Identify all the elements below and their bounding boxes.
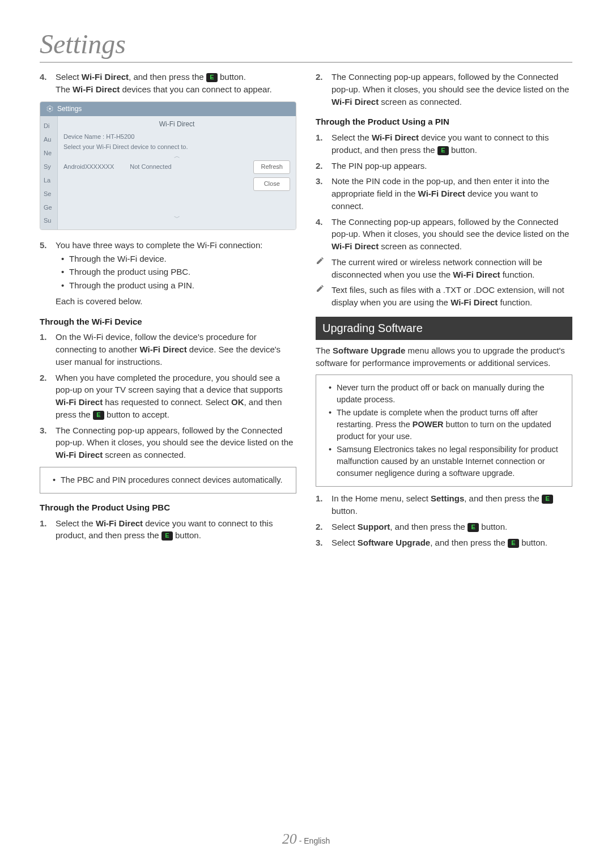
note-1: The current wired or wireless network co… xyxy=(316,256,572,281)
side-item: Ne xyxy=(40,147,57,160)
t: The Connecting pop-up appears, followed … xyxy=(332,217,569,239)
note-2: Text files, such as files with a .TXT or… xyxy=(316,284,572,309)
t: Wi-Fi Direct xyxy=(450,297,498,307)
gear-icon xyxy=(46,105,54,113)
step-number: 4. xyxy=(316,216,332,253)
screenshot-title: Settings xyxy=(57,104,82,114)
step-number: 1. xyxy=(40,331,56,368)
t: You have three ways to complete the Wi-F… xyxy=(56,239,296,252)
pencil-note-icon xyxy=(316,284,327,309)
t: screen as connected. xyxy=(103,450,186,459)
enter-icon: E xyxy=(542,495,553,504)
step-body: On the Wi-Fi device, follow the device's… xyxy=(56,331,296,368)
t: Wi-Fi Direct xyxy=(56,397,103,407)
t: Wi-Fi Direct xyxy=(332,241,379,251)
sw-step-1: 1. In the Home menu, select Settings, an… xyxy=(316,492,572,517)
t: Support xyxy=(358,522,390,531)
t: When you have completed the procedure, y… xyxy=(56,373,283,395)
step-body: Select the Wi-Fi Direct device you want … xyxy=(332,131,572,156)
t: Wi-Fi Direct xyxy=(332,97,379,107)
pbc-step-1: 1. Select the Wi-Fi Direct device you wa… xyxy=(40,517,296,542)
t: English xyxy=(304,836,330,845)
step-body: Select Support, and then press the E but… xyxy=(332,521,572,533)
t: Wi-Fi Direct xyxy=(139,344,186,354)
enter-icon: E xyxy=(93,411,104,420)
side-item: La xyxy=(40,174,57,188)
side-item: Ge xyxy=(40,201,57,215)
enter-icon: E xyxy=(206,73,218,82)
step-body: You have three ways to complete the Wi-F… xyxy=(56,239,296,308)
t: The xyxy=(56,84,73,94)
enter-icon: E xyxy=(508,539,519,548)
t: Wi-Fi Direct xyxy=(96,518,143,528)
t: button. xyxy=(449,145,477,155)
t: button. xyxy=(519,538,547,547)
t: Through the Wi-Fi device. xyxy=(69,253,167,265)
close-button[interactable]: Close xyxy=(253,177,290,191)
bullet-icon: • xyxy=(61,253,69,265)
wifi-step-1: 1. On the Wi-Fi device, follow the devic… xyxy=(40,331,296,368)
section-upgrading-software: Upgrading Software xyxy=(316,317,572,340)
t: Select xyxy=(332,538,358,547)
enter-icon: E xyxy=(162,531,173,541)
bullet-icon: • xyxy=(329,444,337,479)
enter-icon: E xyxy=(437,146,449,155)
t: The Connecting pop-up appears, followed … xyxy=(56,426,293,448)
refresh-button[interactable]: Refresh xyxy=(253,160,290,174)
step-body: When you have completed the procedure, y… xyxy=(56,372,296,421)
side-item: Se xyxy=(40,188,57,201)
pin-step-4: 4. The Connecting pop-up appears, follow… xyxy=(316,216,572,253)
step-body: The Connecting pop-up appears, followed … xyxy=(332,71,572,108)
t: function. xyxy=(500,270,535,279)
t: devices that you can connect to appear. xyxy=(120,84,272,94)
t: has requested to connect. Select xyxy=(103,397,231,407)
sw-step-3: 3. Select Software Upgrade, and then pre… xyxy=(316,537,572,549)
t: function. xyxy=(498,297,532,307)
popup-title: Wi-Fi Direct xyxy=(58,116,296,133)
t: Wi-Fi Direct xyxy=(73,84,120,94)
step-body: In the Home menu, select Settings, and t… xyxy=(332,492,572,517)
step-number: 3. xyxy=(40,424,56,461)
pbc-pin-note-box: •The PBC and PIN procedures connect devi… xyxy=(40,467,296,493)
t: button to accept. xyxy=(104,410,169,419)
step-number: 5. xyxy=(40,239,56,308)
chevron-down-icon: ﹀ xyxy=(58,215,296,221)
right-column: 2. The Connecting pop-up appears, follow… xyxy=(316,71,572,552)
t: In the Home menu, select xyxy=(332,493,431,503)
wifi-direct-popup: Wi-Fi Direct Device Name : HT-H5200 Sele… xyxy=(57,116,296,229)
upgrade-warning-box: •Never turn the product off or back on m… xyxy=(316,375,572,487)
side-item: Di xyxy=(40,120,57,133)
step-5: 5. You have three ways to complete the W… xyxy=(40,239,296,308)
bullet-icon: • xyxy=(329,382,337,406)
step-number: 3. xyxy=(316,537,332,549)
subheading-pin: Through the Product Using a PIN xyxy=(316,116,572,128)
popup-hint: Select your Wi-Fi Direct device to conne… xyxy=(58,143,296,153)
t: The PBC and PIN procedures connect devic… xyxy=(61,474,282,486)
step-number: 2. xyxy=(316,160,332,172)
t: Wi-Fi Direct xyxy=(418,189,465,198)
screenshot-sidebar: Di Au Ne Sy La Se Ge Su xyxy=(40,116,57,229)
screenshot-body: Di Au Ne Sy La Se Ge Su Wi-Fi Direct Dev… xyxy=(40,116,296,229)
side-item: Sy xyxy=(40,160,57,174)
two-column-layout: 4. Select Wi-Fi Direct, and then press t… xyxy=(40,71,572,552)
step-number: 4. xyxy=(40,71,56,96)
upgrade-intro: The Software Upgrade menu allows you to … xyxy=(316,344,572,369)
t: , and then press the xyxy=(129,72,206,82)
note-body: Text files, such as files with a .TXT or… xyxy=(332,284,572,309)
step-body: The PIN pop-up appears. xyxy=(332,160,572,172)
pin-step-3: 3. Note the PIN code in the pop-up, and … xyxy=(316,175,572,212)
t: Select xyxy=(56,72,82,82)
wifi-step-3: 3. The Connecting pop-up appears, follow… xyxy=(40,424,296,461)
sw-step-2: 2. Select Support, and then press the E … xyxy=(316,521,572,533)
t: , and then press the xyxy=(390,522,468,531)
step-body: Select the Wi-Fi Direct device you want … xyxy=(56,517,296,542)
t: Wi-Fi Direct xyxy=(82,72,129,82)
device-name: AndroidXXXXXXX xyxy=(63,163,114,172)
page-number: 20 xyxy=(282,831,297,847)
t: Samsung Electronics takes no legal respo… xyxy=(337,444,565,479)
step-number: 2. xyxy=(316,521,332,533)
screenshot-titlebar: Settings xyxy=(40,102,296,116)
t: Through the product using a PIN. xyxy=(69,279,194,292)
pin-step-1: 1. Select the Wi-Fi Direct device you wa… xyxy=(316,131,572,156)
step-number: 1. xyxy=(316,131,332,156)
